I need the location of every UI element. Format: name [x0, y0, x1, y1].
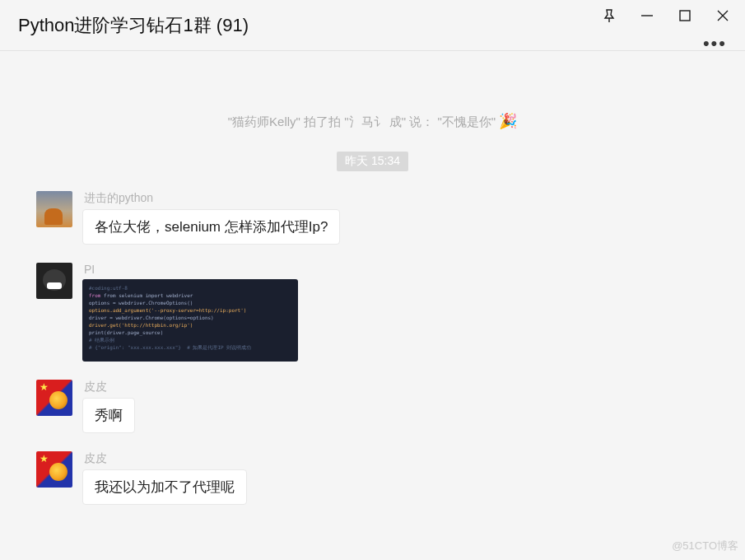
watermark: @51CTO博客 — [672, 539, 738, 553]
minimize-icon[interactable] — [640, 8, 654, 23]
sender-name: 皮皮 — [84, 451, 247, 466]
maximize-icon[interactable] — [677, 8, 692, 23]
chat-area[interactable]: "猫药师Kelly" 拍了拍 "氵马讠 成" 说： "不愧是你" 🎉 昨天 15… — [0, 51, 745, 553]
sender-name: PI — [84, 263, 298, 276]
avatar[interactable] — [36, 451, 72, 488]
message-row: PI #coding:utf-8 from from selenium impo… — [36, 263, 709, 362]
close-icon[interactable] — [715, 8, 730, 23]
avatar[interactable] — [36, 380, 72, 416]
message-row: 皮皮 我还以为加不了代理呢 — [36, 451, 709, 505]
svg-rect-0 — [680, 11, 690, 21]
sender-name: 进击的python — [84, 191, 340, 206]
sender-name: 皮皮 — [84, 380, 135, 394]
message-bubble[interactable]: 各位大佬，selenium 怎样添加代理Ip? — [82, 209, 340, 245]
message-bubble[interactable]: 我还以为加不了代理呢 — [82, 469, 247, 505]
message-bubble[interactable]: 秀啊 — [82, 398, 135, 433]
avatar[interactable] — [36, 263, 72, 299]
system-notice-text: "猫药师Kelly" 拍了拍 "氵马讠 成" 说： "不愧是你" — [228, 114, 496, 128]
message-row: 皮皮 秀啊 — [36, 380, 709, 433]
party-popper-icon: 🎉 — [499, 113, 517, 129]
avatar[interactable] — [36, 191, 72, 227]
message-row: 进击的python 各位大佬，selenium 怎样添加代理Ip? — [36, 191, 709, 245]
pin-icon[interactable] — [602, 8, 617, 23]
chat-title: Python进阶学习钻石1群 (91) — [18, 13, 249, 38]
more-icon[interactable]: ••• — [703, 33, 727, 54]
system-notice: "猫药师Kelly" 拍了拍 "氵马讠 成" 说： "不愧是你" 🎉 — [36, 112, 709, 130]
code-screenshot[interactable]: #coding:utf-8 from from selenium import … — [82, 279, 298, 362]
window-controls — [602, 8, 730, 23]
title-bar: Python进阶学习钻石1群 (91) — [0, 0, 745, 51]
timestamp-pill: 昨天 15:34 — [337, 152, 408, 171]
